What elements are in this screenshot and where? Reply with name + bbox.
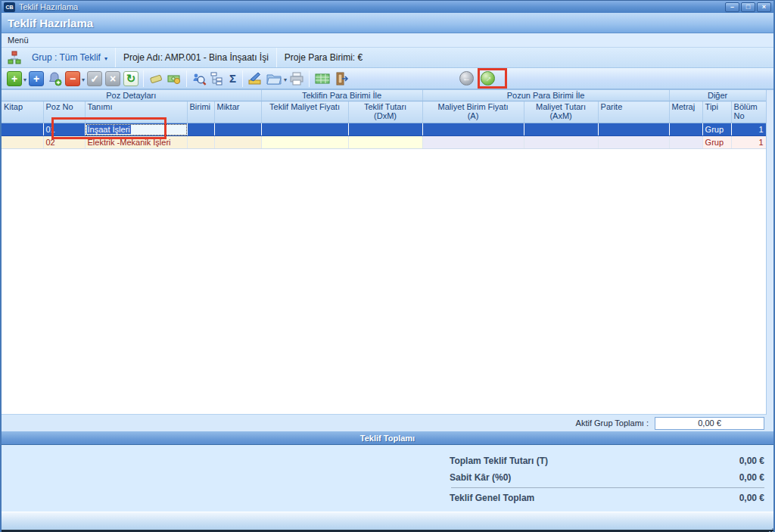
currency-icon[interactable]	[167, 71, 182, 86]
sum-icon[interactable]: Σ	[229, 72, 236, 85]
band-poz-detaylari[interactable]: Poz Detayları	[2, 90, 261, 101]
add-dropdown-icon[interactable]: ▾	[23, 76, 26, 83]
print-icon[interactable]	[289, 71, 304, 86]
context-bar: Grup : Tüm Teklif ▾ Proje Adı: AMP.001 -…	[2, 48, 773, 68]
menu-item-menu[interactable]: Menü	[8, 36, 29, 45]
apply-button[interactable]: ✓	[87, 71, 102, 86]
tree-view-icon[interactable]	[210, 71, 225, 86]
col-miktar[interactable]: Miktar	[214, 101, 261, 123]
cell-maliyet-tutari[interactable]	[524, 136, 598, 149]
cell-tipi[interactable]: Grup	[702, 123, 731, 136]
remove-button[interactable]: −	[65, 71, 80, 86]
col-label: Teklif Tutarı	[351, 102, 420, 111]
cell-tanimi-editor[interactable]: İnşaat İşleri	[85, 123, 187, 136]
cell-tanimi[interactable]: Elektrik -Mekanik İşleri	[85, 136, 187, 149]
org-chart-icon	[8, 51, 21, 64]
cell-kitap[interactable]	[2, 123, 43, 136]
cell-miktar[interactable]	[214, 136, 261, 149]
totals-panel: Toplam Teklif Tutarı (T) 0,00 € Sabit Kâ…	[2, 445, 773, 512]
band-teklif-para[interactable]: Teklifin Para Birimi İle	[261, 90, 422, 101]
col-sublabel: (DxM)	[351, 111, 420, 120]
col-metraj[interactable]: Metraj	[669, 101, 702, 123]
vertical-scrollbar[interactable]	[766, 90, 773, 415]
teklif-toplami-header: Teklif Toplamı	[2, 431, 773, 445]
cell-metraj[interactable]	[669, 123, 702, 136]
separator	[276, 48, 277, 67]
cell-bolum-no[interactable]: 1	[731, 123, 766, 136]
col-teklif-maliyet[interactable]: Teklif Maliyet Fiyatı	[261, 101, 348, 123]
menu-bar: Menü	[2, 33, 773, 48]
col-sublabel: (AxM)	[527, 111, 596, 120]
poz-table: Poz Detayları Teklifin Para Birimi İle P…	[2, 90, 767, 149]
teklif-toplami-title: Teklif Toplamı	[360, 434, 415, 443]
cell-maliyet-tutari[interactable]	[524, 123, 598, 136]
eraser-icon[interactable]	[148, 71, 163, 86]
navigate-forward-button[interactable]: →	[481, 71, 495, 86]
cell-kitap[interactable]	[2, 136, 43, 149]
close-button[interactable]: ×	[757, 2, 771, 12]
cell-maliyet-birim[interactable]	[422, 136, 524, 149]
maximize-button[interactable]: □	[741, 2, 755, 12]
table-row[interactable]: 02 Elektrik -Mekanik İşleri Grup 1	[2, 136, 766, 149]
chevron-down-icon[interactable]: ▾	[104, 55, 107, 62]
total-row-teklif-tutari: Toplam Teklif Tutarı (T) 0,00 €	[2, 453, 773, 469]
navigation-buttons: ← →	[459, 71, 495, 86]
col-teklif-tutari[interactable]: Teklif Tutarı(DxM)	[348, 101, 422, 123]
group-selector[interactable]: Grup : Tüm Teklif	[32, 52, 101, 63]
cell-bolum-no[interactable]: 1	[731, 136, 766, 149]
cell-birimi[interactable]	[187, 123, 214, 136]
cancel-button[interactable]: ×	[105, 71, 120, 86]
col-maliyet-tutari[interactable]: Maliyet Tutarı(AxM)	[524, 101, 598, 123]
col-label: Bölüm	[734, 102, 764, 111]
cell-metraj[interactable]	[669, 136, 702, 149]
cell-parite[interactable]	[598, 123, 669, 136]
project-name-label: Proje Adı: AMP.001 - Bina İnşaatı İşi	[123, 52, 269, 63]
table-money-icon[interactable]	[314, 71, 331, 86]
col-poz-no[interactable]: Poz No	[43, 101, 85, 123]
total-label: Toplam Teklif Tutarı (T)	[450, 456, 548, 466]
col-kitap[interactable]: Kitap	[2, 101, 43, 123]
cell-miktar[interactable]	[214, 123, 261, 136]
cell-poz-no[interactable]: 01	[43, 123, 85, 136]
col-tanimi[interactable]: Tanımı	[85, 101, 187, 123]
measurement-edit-icon[interactable]	[247, 71, 263, 86]
open-folder-icon[interactable]	[266, 71, 282, 86]
table-row-selected[interactable]: 01 İnşaat İşleri Grup 1	[2, 123, 766, 136]
separator	[186, 70, 187, 87]
refresh-button[interactable]: ↻	[123, 71, 139, 86]
total-value: 0,00 €	[739, 493, 764, 503]
add-child-button[interactable]: +	[29, 71, 44, 86]
cell-tipi[interactable]: Grup	[702, 136, 731, 149]
cell-teklif-maliyet[interactable]	[261, 136, 348, 149]
app-icon: CB	[4, 2, 15, 12]
band-pozun-para[interactable]: Pozun Para Birimi İle	[422, 90, 669, 101]
cell-teklif-tutari[interactable]	[348, 136, 422, 149]
total-row-sabit-kar: Sabit Kâr (%0) 0,00 €	[2, 469, 773, 486]
cell-teklif-tutari[interactable]	[348, 123, 422, 136]
separator	[115, 48, 116, 67]
cell-parite[interactable]	[598, 136, 669, 149]
cell-poz-no[interactable]: 02	[43, 136, 85, 149]
minimize-button[interactable]: –	[725, 2, 739, 12]
col-parite[interactable]: Parite	[598, 101, 669, 123]
resize-grip-icon[interactable]	[769, 525, 770, 527]
cell-birimi[interactable]	[187, 136, 214, 149]
inline-edit-box[interactable]: İnşaat İşleri	[86, 124, 187, 135]
project-currency-label: Proje Para Birimi: €	[285, 52, 363, 63]
remove-dropdown-icon[interactable]: ▾	[82, 76, 85, 83]
col-bolum-no[interactable]: BölümNo	[731, 101, 766, 123]
col-tipi[interactable]: Tipi	[702, 101, 731, 123]
band-diger[interactable]: Diğer	[669, 90, 766, 101]
search-poz-icon[interactable]	[191, 71, 207, 86]
col-label: Maliyet Tutarı	[527, 102, 596, 111]
add-button[interactable]: +	[7, 71, 22, 86]
cell-maliyet-birim[interactable]	[422, 123, 524, 136]
folder-dropdown-icon[interactable]: ▾	[284, 76, 287, 83]
exit-door-icon[interactable]	[334, 71, 349, 86]
col-sublabel: No	[734, 111, 764, 120]
col-birimi[interactable]: Birimi	[187, 101, 214, 123]
col-maliyet-birim[interactable]: Maliyet Birim Fiyatı(A)	[422, 101, 524, 123]
navigate-back-button[interactable]: ←	[459, 71, 474, 86]
reminder-add-icon[interactable]	[47, 71, 62, 86]
cell-teklif-maliyet[interactable]	[261, 123, 348, 136]
